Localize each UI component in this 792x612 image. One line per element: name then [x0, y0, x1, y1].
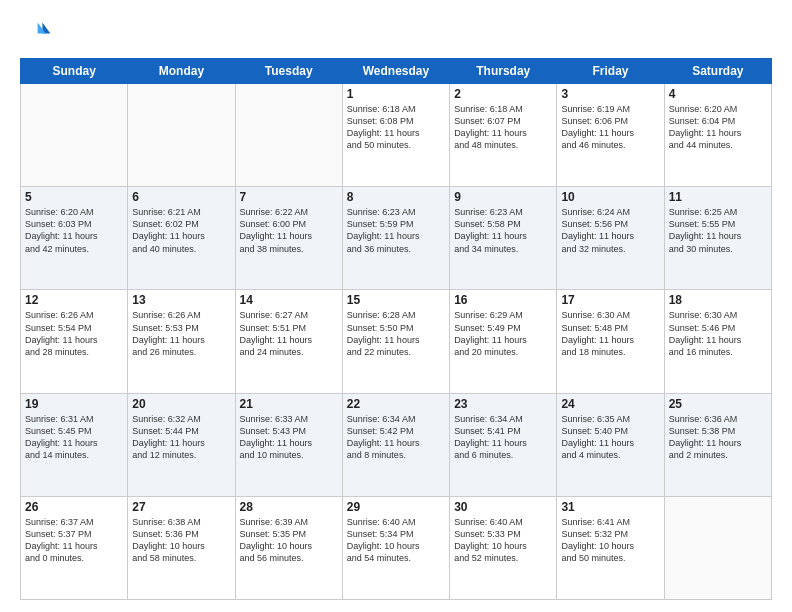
- calendar-day-30: 30Sunrise: 6:40 AM Sunset: 5:33 PM Dayli…: [450, 496, 557, 599]
- calendar-day-12: 12Sunrise: 6:26 AM Sunset: 5:54 PM Dayli…: [21, 290, 128, 393]
- day-number: 16: [454, 293, 552, 307]
- day-number: 11: [669, 190, 767, 204]
- day-number: 15: [347, 293, 445, 307]
- day-number: 31: [561, 500, 659, 514]
- day-number: 19: [25, 397, 123, 411]
- day-info: Sunrise: 6:35 AM Sunset: 5:40 PM Dayligh…: [561, 413, 659, 462]
- day-number: 7: [240, 190, 338, 204]
- day-number: 9: [454, 190, 552, 204]
- day-info: Sunrise: 6:22 AM Sunset: 6:00 PM Dayligh…: [240, 206, 338, 255]
- calendar-day-25: 25Sunrise: 6:36 AM Sunset: 5:38 PM Dayli…: [664, 393, 771, 496]
- day-info: Sunrise: 6:40 AM Sunset: 5:33 PM Dayligh…: [454, 516, 552, 565]
- day-info: Sunrise: 6:31 AM Sunset: 5:45 PM Dayligh…: [25, 413, 123, 462]
- calendar-day-26: 26Sunrise: 6:37 AM Sunset: 5:37 PM Dayli…: [21, 496, 128, 599]
- weekday-header-row: SundayMondayTuesdayWednesdayThursdayFrid…: [21, 59, 772, 84]
- day-number: 27: [132, 500, 230, 514]
- calendar-week-row: 5Sunrise: 6:20 AM Sunset: 6:03 PM Daylig…: [21, 187, 772, 290]
- day-number: 30: [454, 500, 552, 514]
- day-info: Sunrise: 6:23 AM Sunset: 5:59 PM Dayligh…: [347, 206, 445, 255]
- day-number: 4: [669, 87, 767, 101]
- calendar-day-29: 29Sunrise: 6:40 AM Sunset: 5:34 PM Dayli…: [342, 496, 449, 599]
- calendar-day-5: 5Sunrise: 6:20 AM Sunset: 6:03 PM Daylig…: [21, 187, 128, 290]
- calendar-day-21: 21Sunrise: 6:33 AM Sunset: 5:43 PM Dayli…: [235, 393, 342, 496]
- calendar-week-row: 12Sunrise: 6:26 AM Sunset: 5:54 PM Dayli…: [21, 290, 772, 393]
- calendar-empty-cell: [664, 496, 771, 599]
- day-info: Sunrise: 6:33 AM Sunset: 5:43 PM Dayligh…: [240, 413, 338, 462]
- logo-icon: [20, 16, 52, 48]
- calendar-day-6: 6Sunrise: 6:21 AM Sunset: 6:02 PM Daylig…: [128, 187, 235, 290]
- calendar-day-17: 17Sunrise: 6:30 AM Sunset: 5:48 PM Dayli…: [557, 290, 664, 393]
- calendar-day-14: 14Sunrise: 6:27 AM Sunset: 5:51 PM Dayli…: [235, 290, 342, 393]
- weekday-header-tuesday: Tuesday: [235, 59, 342, 84]
- day-info: Sunrise: 6:39 AM Sunset: 5:35 PM Dayligh…: [240, 516, 338, 565]
- day-number: 20: [132, 397, 230, 411]
- day-number: 1: [347, 87, 445, 101]
- day-info: Sunrise: 6:36 AM Sunset: 5:38 PM Dayligh…: [669, 413, 767, 462]
- calendar-week-row: 1Sunrise: 6:18 AM Sunset: 6:08 PM Daylig…: [21, 84, 772, 187]
- day-info: Sunrise: 6:41 AM Sunset: 5:32 PM Dayligh…: [561, 516, 659, 565]
- calendar-day-24: 24Sunrise: 6:35 AM Sunset: 5:40 PM Dayli…: [557, 393, 664, 496]
- calendar-day-3: 3Sunrise: 6:19 AM Sunset: 6:06 PM Daylig…: [557, 84, 664, 187]
- day-number: 21: [240, 397, 338, 411]
- day-number: 25: [669, 397, 767, 411]
- day-number: 3: [561, 87, 659, 101]
- day-number: 5: [25, 190, 123, 204]
- day-info: Sunrise: 6:32 AM Sunset: 5:44 PM Dayligh…: [132, 413, 230, 462]
- day-info: Sunrise: 6:20 AM Sunset: 6:04 PM Dayligh…: [669, 103, 767, 152]
- weekday-header-saturday: Saturday: [664, 59, 771, 84]
- day-info: Sunrise: 6:34 AM Sunset: 5:42 PM Dayligh…: [347, 413, 445, 462]
- day-info: Sunrise: 6:20 AM Sunset: 6:03 PM Dayligh…: [25, 206, 123, 255]
- calendar-day-28: 28Sunrise: 6:39 AM Sunset: 5:35 PM Dayli…: [235, 496, 342, 599]
- calendar-day-9: 9Sunrise: 6:23 AM Sunset: 5:58 PM Daylig…: [450, 187, 557, 290]
- calendar-day-31: 31Sunrise: 6:41 AM Sunset: 5:32 PM Dayli…: [557, 496, 664, 599]
- day-number: 23: [454, 397, 552, 411]
- calendar-week-row: 19Sunrise: 6:31 AM Sunset: 5:45 PM Dayli…: [21, 393, 772, 496]
- day-number: 2: [454, 87, 552, 101]
- calendar-day-4: 4Sunrise: 6:20 AM Sunset: 6:04 PM Daylig…: [664, 84, 771, 187]
- weekday-header-thursday: Thursday: [450, 59, 557, 84]
- day-info: Sunrise: 6:25 AM Sunset: 5:55 PM Dayligh…: [669, 206, 767, 255]
- calendar-day-1: 1Sunrise: 6:18 AM Sunset: 6:08 PM Daylig…: [342, 84, 449, 187]
- calendar-day-11: 11Sunrise: 6:25 AM Sunset: 5:55 PM Dayli…: [664, 187, 771, 290]
- calendar-day-8: 8Sunrise: 6:23 AM Sunset: 5:59 PM Daylig…: [342, 187, 449, 290]
- day-info: Sunrise: 6:29 AM Sunset: 5:49 PM Dayligh…: [454, 309, 552, 358]
- day-info: Sunrise: 6:37 AM Sunset: 5:37 PM Dayligh…: [25, 516, 123, 565]
- day-info: Sunrise: 6:26 AM Sunset: 5:54 PM Dayligh…: [25, 309, 123, 358]
- weekday-header-friday: Friday: [557, 59, 664, 84]
- day-info: Sunrise: 6:21 AM Sunset: 6:02 PM Dayligh…: [132, 206, 230, 255]
- calendar-day-23: 23Sunrise: 6:34 AM Sunset: 5:41 PM Dayli…: [450, 393, 557, 496]
- day-number: 14: [240, 293, 338, 307]
- day-info: Sunrise: 6:30 AM Sunset: 5:48 PM Dayligh…: [561, 309, 659, 358]
- day-number: 24: [561, 397, 659, 411]
- day-info: Sunrise: 6:24 AM Sunset: 5:56 PM Dayligh…: [561, 206, 659, 255]
- day-number: 26: [25, 500, 123, 514]
- day-number: 6: [132, 190, 230, 204]
- weekday-header-wednesday: Wednesday: [342, 59, 449, 84]
- calendar-day-18: 18Sunrise: 6:30 AM Sunset: 5:46 PM Dayli…: [664, 290, 771, 393]
- calendar-day-16: 16Sunrise: 6:29 AM Sunset: 5:49 PM Dayli…: [450, 290, 557, 393]
- calendar-day-2: 2Sunrise: 6:18 AM Sunset: 6:07 PM Daylig…: [450, 84, 557, 187]
- day-info: Sunrise: 6:28 AM Sunset: 5:50 PM Dayligh…: [347, 309, 445, 358]
- page: SundayMondayTuesdayWednesdayThursdayFrid…: [0, 0, 792, 612]
- calendar-day-19: 19Sunrise: 6:31 AM Sunset: 5:45 PM Dayli…: [21, 393, 128, 496]
- header: [20, 16, 772, 48]
- calendar-day-7: 7Sunrise: 6:22 AM Sunset: 6:00 PM Daylig…: [235, 187, 342, 290]
- calendar-week-row: 26Sunrise: 6:37 AM Sunset: 5:37 PM Dayli…: [21, 496, 772, 599]
- day-number: 22: [347, 397, 445, 411]
- day-number: 13: [132, 293, 230, 307]
- day-info: Sunrise: 6:27 AM Sunset: 5:51 PM Dayligh…: [240, 309, 338, 358]
- calendar-table: SundayMondayTuesdayWednesdayThursdayFrid…: [20, 58, 772, 600]
- calendar-empty-cell: [128, 84, 235, 187]
- day-number: 8: [347, 190, 445, 204]
- day-info: Sunrise: 6:30 AM Sunset: 5:46 PM Dayligh…: [669, 309, 767, 358]
- day-number: 18: [669, 293, 767, 307]
- calendar-day-10: 10Sunrise: 6:24 AM Sunset: 5:56 PM Dayli…: [557, 187, 664, 290]
- calendar-empty-cell: [235, 84, 342, 187]
- logo: [20, 16, 56, 48]
- day-number: 10: [561, 190, 659, 204]
- day-number: 28: [240, 500, 338, 514]
- day-info: Sunrise: 6:38 AM Sunset: 5:36 PM Dayligh…: [132, 516, 230, 565]
- day-info: Sunrise: 6:23 AM Sunset: 5:58 PM Dayligh…: [454, 206, 552, 255]
- day-info: Sunrise: 6:26 AM Sunset: 5:53 PM Dayligh…: [132, 309, 230, 358]
- calendar-day-27: 27Sunrise: 6:38 AM Sunset: 5:36 PM Dayli…: [128, 496, 235, 599]
